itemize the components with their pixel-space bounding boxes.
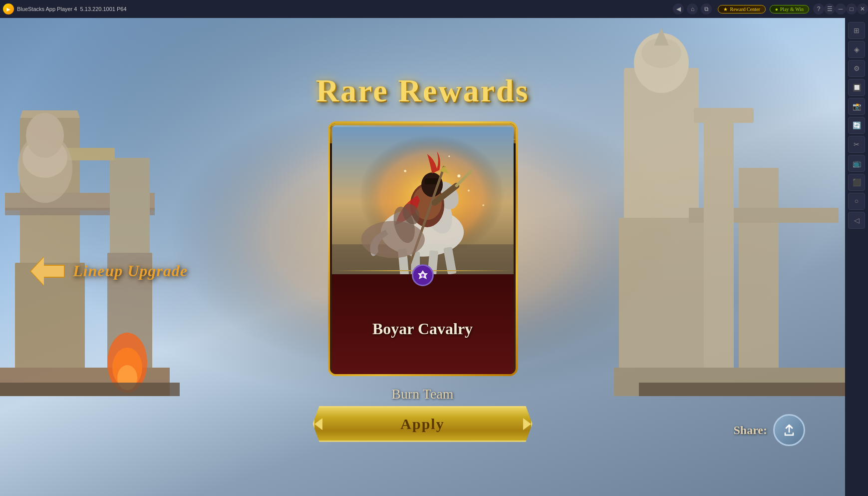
- apply-button[interactable]: Apply: [313, 406, 533, 442]
- sidebar-icon-7[interactable]: ✂: [848, 136, 865, 153]
- svg-point-60: [448, 155, 450, 157]
- rare-rewards-title: Rare Rewards: [316, 72, 530, 109]
- svg-point-58: [404, 169, 406, 172]
- card-container: Rare Rewards: [313, 72, 533, 442]
- svg-point-61: [421, 274, 424, 277]
- lineup-upgrade-button[interactable]: Lineup Upgrade: [30, 254, 188, 289]
- game-area: Lineup Upgrade Share: Rare Rewards: [0, 18, 845, 496]
- svg-marker-31: [31, 257, 64, 285]
- maximize-button[interactable]: □: [846, 3, 857, 14]
- card-bottom-section: Boyar Cavalry: [332, 274, 514, 374]
- home-button[interactable]: ⌂: [687, 3, 698, 14]
- svg-point-57: [468, 189, 470, 191]
- svg-point-53: [361, 221, 424, 258]
- reward-card: Boyar Cavalry: [328, 121, 518, 376]
- apply-button-label: Apply: [400, 416, 444, 433]
- play-win-button[interactable]: ● Play & Win: [770, 5, 809, 13]
- lineup-upgrade-label: Lineup Upgrade: [73, 262, 188, 280]
- share-label: Share:: [733, 424, 767, 437]
- app-title: BlueStacks App Player 4 5.13.220.1001 P6…: [17, 6, 673, 12]
- title-bar: ▶ BlueStacks App Player 4 5.13.220.1001 …: [0, 0, 868, 18]
- card-frame: Boyar Cavalry: [328, 121, 518, 376]
- share-area: Share:: [733, 414, 805, 446]
- sidebar-icon-1[interactable]: ⊞: [848, 22, 865, 39]
- sidebar-icon-5[interactable]: 📸: [848, 98, 865, 115]
- sidebar-icon-8[interactable]: 📺: [848, 155, 865, 172]
- right-sidebar: ⊞ ◈ ⚙ 🔲 📸 🔄 ✂ 📺 ⬛ ○ ◁: [845, 18, 868, 496]
- app-logo: ▶: [3, 3, 14, 14]
- sidebar-icon-10[interactable]: ○: [848, 193, 865, 210]
- card-inner: Boyar Cavalry: [330, 123, 516, 374]
- reward-center-button[interactable]: ★ Reward Center: [718, 5, 765, 13]
- card-artwork: [332, 125, 514, 280]
- sidebar-icon-3[interactable]: ⚙: [848, 60, 865, 77]
- team-label: Burn Team: [391, 386, 453, 402]
- sidebar-icon-6[interactable]: 🔄: [848, 117, 865, 134]
- back-button[interactable]: ◀: [673, 3, 684, 14]
- unit-name: Boyar Cavalry: [372, 320, 473, 338]
- sidebar-icon-4[interactable]: 🔲: [848, 79, 865, 96]
- sidebar-icon-11[interactable]: ◁: [848, 212, 865, 229]
- close-button[interactable]: ✕: [857, 3, 868, 14]
- minimize-button[interactable]: ─: [835, 3, 846, 14]
- sidebar-icon-9[interactable]: ⬛: [848, 174, 865, 191]
- card-unit-type-icon: [412, 264, 434, 286]
- svg-point-56: [457, 174, 460, 177]
- help-button[interactable]: ?: [813, 3, 824, 14]
- sidebar-icon-2[interactable]: ◈: [848, 41, 865, 58]
- menu-button[interactable]: ☰: [824, 3, 835, 14]
- svg-point-59: [482, 204, 484, 206]
- share-button[interactable]: [773, 414, 805, 446]
- tab-button[interactable]: ⧉: [701, 3, 712, 14]
